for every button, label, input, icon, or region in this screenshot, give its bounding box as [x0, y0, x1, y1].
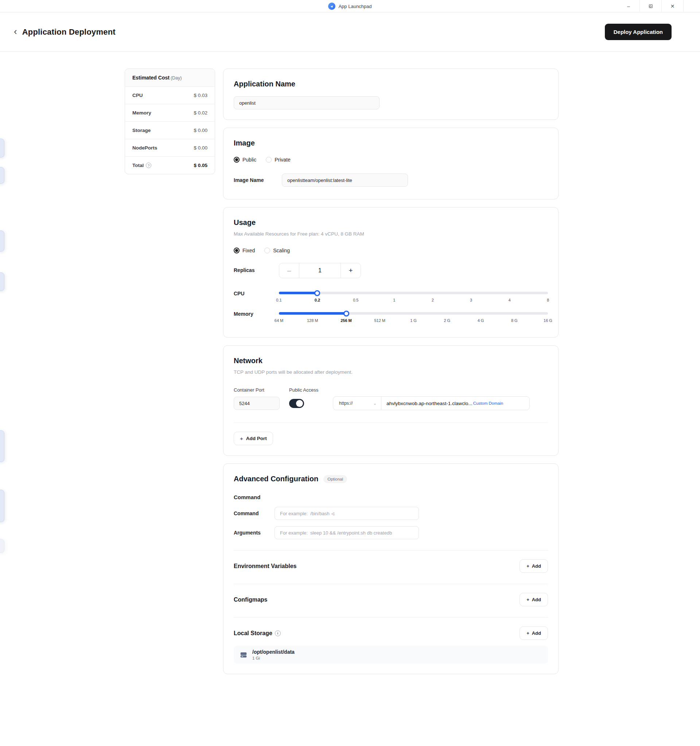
command-label: Command	[234, 510, 275, 516]
application-name-title: Application Name	[234, 80, 548, 88]
application-name-input[interactable]	[234, 96, 380, 109]
configmaps-label: Configmaps	[234, 597, 267, 603]
replicas-increment-button[interactable]: +	[341, 263, 361, 278]
command-section-title: Command	[234, 494, 548, 500]
arguments-label: Arguments	[234, 530, 275, 535]
cost-row: Storage$ 0.00	[125, 122, 215, 139]
page-title: Application Deployment	[22, 27, 116, 37]
cost-panel-period: (Day)	[171, 75, 182, 81]
radio-unselected-icon	[264, 248, 270, 253]
help-icon[interactable]: ?	[146, 162, 151, 168]
close-button[interactable]: ✕	[661, 0, 683, 12]
slider-tick-label: 2 G	[444, 318, 450, 323]
local-storage-label: Local Storage	[234, 630, 272, 637]
slider-tick-label: 3	[470, 298, 472, 302]
add-port-label: Add Port	[246, 436, 267, 441]
slider-tick-label: 1 G	[410, 318, 417, 323]
hard-drive-icon	[240, 651, 248, 659]
slider-tick-label: 8 G	[511, 318, 518, 323]
divider	[234, 584, 548, 584]
slider-tick-label: 2	[432, 298, 434, 302]
add-port-button[interactable]: + Add Port	[234, 432, 273, 445]
add-environment-variable-button[interactable]: + Add	[520, 560, 548, 573]
back-button[interactable]: ‹	[14, 27, 17, 38]
network-card: Network TCP and UDP ports will be alloca…	[223, 345, 559, 456]
page-header: ‹ Application Deployment Deploy Applicat…	[0, 12, 700, 52]
minimize-button[interactable]: –	[617, 0, 640, 12]
usage-card: Usage Max Available Resources for Free p…	[223, 207, 559, 338]
usage-scaling-radio[interactable]: Scaling	[264, 248, 290, 253]
image-name-label: Image Name	[234, 177, 282, 183]
local-storage-row: Local Storage i + Add	[234, 626, 548, 640]
usage-fixed-radio[interactable]: Fixed	[234, 248, 255, 253]
optional-badge: Optional	[323, 475, 347, 483]
container-port-input[interactable]	[234, 397, 279, 410]
replicas-decrement-button[interactable]: –	[279, 263, 299, 278]
slider-tick-label: 64 M	[275, 318, 283, 323]
info-icon[interactable]: i	[275, 630, 281, 636]
plus-icon: +	[526, 597, 529, 602]
deployment-form: Application Name Image Public Private Im…	[223, 69, 559, 674]
total-label: Total	[132, 162, 144, 168]
protocol-select[interactable]: https:// ⌄	[333, 397, 382, 410]
plus-icon: +	[348, 266, 353, 275]
cpu-slider-track[interactable]	[279, 292, 548, 294]
memory-slider[interactable]: 64 M128 M256 M512 M1 G2 G4 G8 G16 G	[279, 310, 548, 324]
chevron-left-icon: ‹	[14, 26, 17, 37]
add-configmap-button[interactable]: + Add	[520, 593, 548, 606]
cost-row: Memory$ 0.02	[125, 104, 215, 122]
public-domain-text: ahvlybxcnwob.ap-northeast-1.clawclo...	[382, 401, 473, 406]
environment-variables-row: Environment Variables + Add	[234, 560, 548, 573]
minimize-icon: –	[627, 3, 630, 9]
image-private-radio[interactable]: Private	[266, 157, 291, 162]
configmaps-row: Configmaps + Add	[234, 593, 548, 606]
deploy-application-button[interactable]: Deploy Application	[605, 24, 671, 40]
image-name-input[interactable]	[282, 174, 408, 186]
total-value: $ 0.05	[194, 162, 207, 168]
slider-tick-label: 4 G	[478, 318, 484, 323]
cpu-label: CPU	[234, 290, 279, 304]
public-access-label: Public Access	[289, 387, 318, 393]
image-title: Image	[234, 139, 548, 147]
usage-fixed-label: Fixed	[242, 248, 255, 253]
protocol-value: https://	[339, 401, 353, 406]
public-access-toggle[interactable]	[289, 399, 304, 408]
public-url-group: https:// ⌄ ahvlybxcnwob.ap-northeast-1.c…	[333, 396, 530, 410]
left-edge-card-fragment	[0, 539, 5, 553]
container-port-label: Container Port	[234, 387, 289, 393]
toggle-knob	[296, 400, 303, 407]
radio-selected-icon	[234, 157, 240, 162]
image-public-label: Public	[242, 157, 256, 162]
image-public-radio[interactable]: Public	[234, 157, 256, 162]
cost-panel-title: Estimated Cost	[132, 75, 170, 81]
chevron-down-icon: ⌄	[373, 401, 377, 406]
slider-tick-label: 0.5	[353, 298, 358, 302]
cost-row: NodePorts$ 0.00	[125, 139, 215, 157]
local-storage-item[interactable]: /opt/openlist/data 1 Gi	[234, 646, 548, 663]
estimated-cost-panel: Estimated Cost(Day) CPU$ 0.03Memory$ 0.0…	[125, 69, 215, 174]
left-edge-card-fragment	[0, 230, 5, 251]
usage-title: Usage	[234, 218, 548, 227]
minus-icon: –	[287, 266, 291, 275]
divider	[234, 550, 548, 550]
left-edge-card-fragment	[0, 430, 5, 462]
divider	[234, 617, 548, 618]
memory-slider-track[interactable]	[279, 312, 548, 315]
divider	[234, 423, 548, 423]
network-title: Network	[234, 356, 548, 365]
radio-selected-icon	[234, 248, 240, 253]
command-input[interactable]	[275, 507, 419, 520]
app-launchpad-logo-icon: ➤	[328, 3, 335, 10]
cpu-slider-handle[interactable]	[314, 290, 320, 296]
radio-unselected-icon	[266, 157, 272, 162]
custom-domain-link[interactable]: Custom Domain	[473, 401, 503, 405]
cpu-slider[interactable]: 0.10.20.512348	[279, 290, 548, 304]
window-titlebar: ➤ App Launchpad – ✕	[0, 0, 700, 12]
cost-panel-header: Estimated Cost(Day)	[125, 69, 215, 87]
restore-button[interactable]	[640, 0, 661, 12]
add-local-storage-button[interactable]: + Add	[520, 626, 548, 640]
arguments-input[interactable]	[275, 526, 419, 539]
memory-slider-handle[interactable]	[344, 311, 349, 316]
plus-icon: +	[240, 435, 243, 442]
network-subtitle: TCP and UDP ports will be allocated afte…	[234, 369, 548, 375]
